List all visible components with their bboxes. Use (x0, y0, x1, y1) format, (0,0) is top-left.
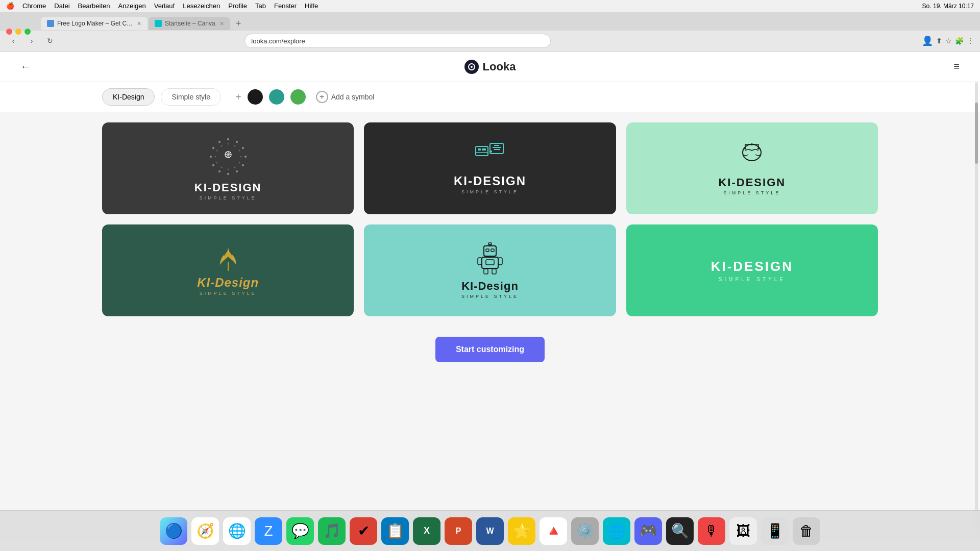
dock-excel[interactable]: X (413, 517, 440, 545)
dock-phone-mirror[interactable]: 📱 (761, 517, 789, 545)
dock-finder[interactable]: 🔵 (160, 517, 187, 545)
dock-powerpoint[interactable]: P (445, 517, 472, 545)
window-close[interactable] (6, 29, 12, 35)
logo-4-sub: SIMPLE STYLE (197, 291, 259, 296)
dock-reeder[interactable]: ⭐ (508, 517, 535, 545)
dock-trash[interactable]: 🗑 (793, 517, 820, 545)
apple-menu[interactable]: 🍎 (6, 2, 14, 10)
app-title: Looka (483, 60, 516, 73)
svg-point-11 (212, 164, 214, 166)
logo-card-3[interactable]: KI-DESIGN SIMPLE STYLE (626, 122, 878, 214)
dock-spotify[interactable]: 🎵 (318, 517, 346, 545)
svg-point-14 (218, 141, 220, 143)
menu-anzeigen[interactable]: Anzeigen (118, 2, 146, 10)
svg-point-1 (471, 66, 473, 68)
dock-vnet[interactable]: 🌐 (603, 517, 630, 545)
dock-audio[interactable]: 🎙 (698, 517, 725, 545)
dock-whatsapp[interactable]: 💬 (286, 517, 314, 545)
menu-bearbeiten[interactable]: Bearbeiten (78, 2, 110, 10)
menu-hilfe[interactable]: Hilfe (305, 2, 318, 10)
dock-proxyman[interactable]: 🔍 (666, 517, 694, 545)
logo-3-sub: SIMPLE STYLE (718, 190, 786, 195)
dock-system-prefs[interactable]: ⚙️ (571, 517, 599, 545)
more-icon[interactable]: ⋮ (967, 37, 974, 45)
menu-lesezeichen[interactable]: Lesezeichen (183, 2, 220, 10)
logo-card-1-inner: KI-DESIGN SIMPLE STYLE (194, 136, 262, 201)
svg-point-7 (242, 164, 244, 166)
dock-trello[interactable]: 📋 (381, 517, 409, 545)
start-customizing-button[interactable]: Start customizing (435, 337, 545, 362)
tag-simple-style[interactable]: Simple style (161, 88, 220, 106)
logo-5-sub: SIMPLE STYLE (461, 294, 519, 299)
window-controls[interactable] (0, 24, 37, 35)
tab-looka[interactable]: Free Logo Maker – Get Custom... ✕ (41, 17, 148, 30)
menu-tab[interactable]: Tab (255, 2, 266, 10)
svg-point-3 (227, 138, 229, 140)
svg-point-12 (210, 156, 212, 158)
svg-point-15 (227, 143, 229, 145)
svg-rect-59 (484, 269, 488, 274)
logo-1-name: KI-DESIGN (194, 181, 262, 194)
scrollbar[interactable] (975, 82, 978, 529)
tab-favicon-canva (155, 20, 162, 27)
svg-point-40 (490, 151, 492, 153)
add-color-icon[interactable]: + (235, 91, 241, 103)
tab-close-canva[interactable]: ✕ (219, 20, 224, 27)
logo-card-5[interactable]: KI-Design SIMPLE STYLE (364, 224, 616, 316)
svg-point-24 (214, 156, 216, 158)
tab-canva[interactable]: Startseite – Canva ✕ (149, 17, 230, 30)
add-symbol-button[interactable]: + Add a symbol (316, 91, 375, 103)
menu-verlauf[interactable]: Verlauf (154, 2, 175, 10)
dock-word[interactable]: W (476, 517, 504, 545)
dock-zoom[interactable]: Z (255, 517, 282, 545)
dock-todoist[interactable]: ✔ (350, 517, 377, 545)
tag-ki-design[interactable]: KI-Design (102, 88, 155, 106)
extension-icon[interactable]: 🧩 (955, 37, 964, 45)
menu-fenster[interactable]: Fenster (274, 2, 297, 10)
svg-rect-56 (486, 260, 494, 265)
tab-favicon-looka (47, 20, 54, 27)
logo-card-4[interactable]: KI-Design SIMPLE STYLE (102, 224, 354, 316)
forward-button[interactable]: › (24, 34, 39, 48)
nav-bar: ‹ › ↻ looka.com/explore 👤 ⬆ ☆ 🧩 ⋮ (0, 31, 980, 51)
dock-preview[interactable]: 🖼 (729, 517, 757, 545)
reload-button[interactable]: ↻ (43, 34, 57, 48)
color-teal[interactable] (269, 89, 284, 105)
logo-3-icon (734, 141, 770, 172)
logo-card-2[interactable]: KI-DESIGN SIMPLE STYLE (364, 122, 616, 214)
hamburger-menu[interactable]: ≡ (953, 61, 960, 72)
tab-label-looka: Free Logo Maker – Get Custom... (57, 20, 134, 27)
scrollbar-thumb[interactable] (975, 103, 978, 164)
window-minimize[interactable] (15, 29, 21, 35)
svg-point-19 (238, 162, 240, 164)
dock-safari[interactable]: 🧭 (191, 517, 219, 545)
menu-profile[interactable]: Profile (228, 2, 247, 10)
share-icon[interactable]: ⬆ (936, 37, 942, 45)
color-black[interactable] (248, 89, 263, 105)
bookmark-icon[interactable]: ☆ (945, 37, 952, 45)
logo-5-icon (475, 242, 505, 278)
new-tab-button[interactable]: + (231, 16, 246, 31)
logo-card-6[interactable]: KI-DESIGN SIMPLE STYLE (626, 224, 878, 316)
tab-close-looka[interactable]: ✕ (137, 20, 141, 27)
window-maximize[interactable] (24, 29, 31, 35)
dock-chrome[interactable]: 🌐 (223, 517, 251, 545)
logo-2-sub: SIMPLE STYLE (454, 189, 526, 194)
svg-rect-51 (486, 249, 489, 252)
add-symbol-label: Add a symbol (331, 93, 375, 101)
logo-3-name: KI-DESIGN (718, 176, 786, 189)
svg-point-22 (220, 167, 222, 168)
menu-datei[interactable]: Datei (54, 2, 69, 10)
menu-chrome[interactable]: Chrome (22, 2, 46, 10)
back-button[interactable]: ‹ (6, 34, 20, 48)
dock-drive[interactable]: 🔺 (540, 517, 567, 545)
svg-point-18 (240, 156, 241, 158)
looka-logo-icon (464, 60, 479, 74)
color-green[interactable] (290, 89, 306, 105)
app-back-button[interactable]: ← (20, 61, 31, 72)
svg-point-25 (216, 150, 217, 152)
address-bar[interactable]: looka.com/explore (244, 34, 551, 48)
profile-icon[interactable]: 👤 (922, 35, 933, 46)
dock-discord[interactable]: 🎮 (634, 517, 662, 545)
logo-card-1[interactable]: KI-DESIGN SIMPLE STYLE (102, 122, 354, 214)
